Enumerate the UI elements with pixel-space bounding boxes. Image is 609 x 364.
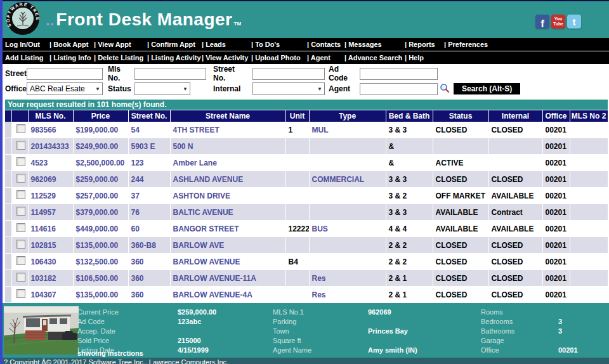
cell-type[interactable]: COMMERCIAL [309,171,386,188]
cell-mls-no[interactable]: 983566 [28,122,73,138]
column-header-mls-no-2[interactable]: MLS No 2 [570,110,608,122]
cell-price[interactable]: $259,000.00 [73,171,128,188]
menu-item-preferences[interactable]: Preferences [444,38,488,51]
cell-price[interactable]: $199,000.00 [73,122,128,138]
menu-item-leads[interactable]: Leads [202,38,251,51]
column-header-street-no[interactable]: Street No. [128,110,170,122]
cell-street-name[interactable]: 500 N [170,138,285,155]
menu-item-log-in-out[interactable]: Log In/Out [5,38,49,51]
row-select-checkbox[interactable] [16,207,25,216]
cell-street-name[interactable]: 4TH STREET [170,122,285,138]
cell-price[interactable]: $257,000.00 [73,188,128,204]
facebook-icon[interactable]: f [535,15,549,29]
row-select-checkbox[interactable] [16,273,25,282]
table-row[interactable]: 4523$2,500,000.00123Amber Lane&ACTIVE002… [5,155,608,171]
table-row[interactable]: 102815$135,000.00360-B8BARLOW AVE2 & 2CL… [5,237,608,254]
cell-street-no[interactable]: 54 [128,122,170,138]
row-select-checkbox[interactable] [16,289,25,298]
cell-street-no[interactable]: 60 [128,221,170,237]
cell-mls-no[interactable]: 4523 [28,155,73,171]
table-row[interactable]: 106430$132,500.00360BARLOW AVENUEB42 & 2… [5,254,608,270]
office-select[interactable]: ABC Real Esate ▼ [27,82,103,95]
cell-price[interactable]: $135,000.00 [73,287,128,303]
internal-select[interactable]: ▼ [252,82,325,95]
status-select[interactable]: ▼ [134,82,190,95]
row-select-checkbox[interactable] [16,124,25,133]
menu-item-view-appt[interactable]: View Appt [94,38,147,51]
menu-item-listing-info[interactable]: Listing Info [49,51,94,64]
cell-street-name[interactable]: BARLOW AVE [170,237,285,254]
column-header-status[interactable]: Status [433,110,488,122]
street-no-input[interactable] [252,68,325,80]
menu-item-help[interactable]: Help [405,51,444,64]
cell-street-name[interactable]: BANGOR STREET [170,221,285,237]
row-select-checkbox[interactable] [16,174,25,183]
cell-type[interactable]: MUL [309,122,386,138]
cell-street-no[interactable]: 5903 E [128,138,170,155]
row-select-checkbox[interactable] [16,190,25,199]
menu-item-confirm-appt[interactable]: Confirm Appt [147,38,202,51]
cell-price[interactable]: $249,900.00 [73,138,128,155]
ad-code-input[interactable] [360,68,438,80]
cell-price[interactable]: $449,000.00 [73,221,128,237]
menu-item-book-appt[interactable]: Book Appt [49,38,94,51]
search-button[interactable]: Search (Alt-S) [454,83,520,94]
cell-street-no[interactable]: 123 [128,155,170,171]
column-header-internal[interactable]: Internal [488,110,542,122]
menu-item-to-do-s[interactable]: To Do's [251,38,307,51]
column-header-price[interactable]: Price [73,110,128,122]
cell-type[interactable]: Res [309,287,386,303]
cell-price[interactable]: $132,500.00 [73,254,128,270]
menu-item-listing-activity[interactable]: Listing Activity [147,51,202,64]
menu-item-delete-listing[interactable]: Delete Listing [94,51,147,64]
cell-mls-no[interactable]: 103182 [28,270,73,287]
table-row[interactable]: 983566$199,000.00544TH STREET1MUL3 & 3CL… [5,122,608,138]
table-row[interactable]: 114957$379,000.0076BALTIC AVENUE3 & 3AVA… [5,204,608,221]
cell-type[interactable]: Res [309,270,386,287]
cell-mls-no[interactable]: 112529 [28,188,73,204]
menu-item-agent[interactable]: Agent [307,51,344,64]
row-select-checkbox[interactable] [16,240,25,249]
cell-street-name[interactable]: ASHTON DRIVE [170,188,285,204]
cell-street-no[interactable]: 360 [128,287,170,303]
cell-street-no[interactable]: 244 [128,171,170,188]
column-header-street-name[interactable]: Street Name [170,110,285,122]
column-header-type[interactable]: Type [309,110,386,122]
cell-mls-no[interactable]: 102815 [28,237,73,254]
menu-item-view-activity[interactable]: View Activity [202,51,251,64]
cell-street-name[interactable]: ASHLAND AVENUE [170,171,285,188]
cell-street-name[interactable]: BARLOW AVENUE-11A [170,270,285,287]
mls-no-input[interactable] [134,68,206,80]
cell-street-no[interactable]: 76 [128,204,170,221]
table-row[interactable]: 201434333$249,900.005903 E500 N&00201 [5,138,608,155]
cell-mls-no[interactable]: 114616 [28,221,73,237]
cell-price[interactable]: $379,000.00 [73,204,128,221]
cell-mls-no[interactable]: 114957 [28,204,73,221]
cell-price[interactable]: $135,000.00 [73,237,128,254]
cell-street-name[interactable]: BALTIC AVENUE [170,204,285,221]
cell-mls-no[interactable]: 201434333 [28,138,73,155]
menu-item-upload-photo[interactable]: Upload Photo [251,51,307,64]
column-header-unit[interactable]: Unit [285,110,309,122]
copyright-link[interactable]: ? Copyright Â© 2001-2017 Software Tree I… [4,358,228,364]
menu-item-add-listing[interactable]: Add Listing [5,51,49,64]
cell-street-no[interactable]: 37 [128,188,170,204]
cell-street-no[interactable]: 360 [128,254,170,270]
table-row[interactable]: 112529$257,000.0037ASHTON DRIVE3 & 2OFF … [5,188,608,204]
youtube-icon[interactable]: You Tube [551,15,565,29]
cell-street-name[interactable]: BARLOW AVENUE [170,254,285,270]
row-select-checkbox[interactable] [16,157,25,166]
menu-item-messages[interactable]: Messages [344,38,405,51]
table-row[interactable]: 104307$135,000.00360BARLOW AVENUE-4ARes2… [5,287,608,303]
column-header-bed-bath[interactable]: Bed & Bath [386,110,433,122]
cell-type[interactable]: BUS [309,221,386,237]
cell-street-no[interactable]: 360 [128,270,170,287]
agent-input[interactable] [360,83,438,95]
table-row[interactable]: 114616$449,000.0060BANGOR STREET122222BU… [5,221,608,237]
column-header-mls-no[interactable]: MLS No. [28,110,73,122]
cell-street-name[interactable]: BARLOW AVENUE-4A [170,287,285,303]
cell-street-no[interactable]: 360-B8 [128,237,170,254]
cell-mls-no[interactable]: 962069 [28,171,73,188]
street-input[interactable] [27,68,103,80]
cell-price[interactable]: $106,500.00 [73,270,128,287]
